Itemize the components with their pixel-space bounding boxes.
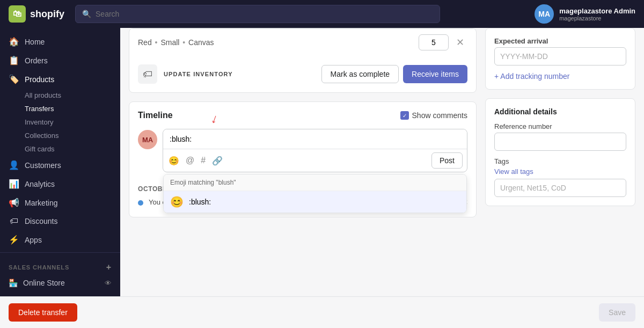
sidebar-item-online-store[interactable]: 🏪 Online Store 👁: [0, 274, 120, 291]
commenter-avatar: MA: [138, 130, 157, 149]
reference-number-input[interactable]: [494, 133, 626, 151]
timeline-title: Timeline: [138, 111, 173, 120]
orders-icon: 📋: [9, 55, 19, 65]
sidebar-item-customers[interactable]: 👤 Customers: [0, 156, 120, 174]
sidebar-item-customers-label: Customers: [25, 161, 61, 170]
online-store-icon: 🏪: [9, 279, 18, 287]
sidebar-subitem-gift-cards[interactable]: Gift cards: [0, 142, 120, 156]
sidebar-item-discounts[interactable]: 🏷 Discounts: [0, 212, 120, 230]
main-content: Red • Small • Canvas ✕ 🏷 UPDATE INVENTOR…: [120, 28, 644, 296]
sidebar-item-marketing[interactable]: 📢 Marketing: [0, 193, 120, 212]
variant-material: Canvas: [188, 38, 214, 47]
sidebar-subitem-all-products[interactable]: All products: [0, 89, 120, 102]
user-info: MA mageplazastore Admin mageplazastore: [535, 4, 635, 24]
show-comments-label: Show comments: [412, 111, 467, 120]
toolbar-icons: 😊 @ # 🔗: [167, 155, 224, 167]
inventory-update-bar: 🏷 UPDATE INVENTORY Mark as complete Rece…: [129, 56, 476, 92]
products-icon: 🏷️: [9, 74, 19, 84]
comment-toolbar: 😊 @ # 🔗 Post: [163, 149, 467, 172]
mark-complete-button[interactable]: Mark as complete: [321, 65, 399, 83]
event-dot: [138, 200, 143, 206]
search-icon: 🔍: [82, 10, 91, 18]
receive-items-button[interactable]: Receive items: [403, 65, 467, 83]
all-products-label: All products: [25, 91, 61, 99]
update-inventory-label: UPDATE INVENTORY: [164, 71, 233, 77]
quantity-input[interactable]: [419, 34, 449, 50]
collections-label: Collections: [25, 132, 59, 140]
sidebar-item-apps[interactable]: ⚡ Apps: [0, 230, 120, 249]
shopify-bag-icon: 🛍: [9, 5, 26, 23]
tags-label: Tags: [494, 157, 626, 165]
sidebar-item-orders[interactable]: 📋 Orders: [0, 51, 120, 70]
expected-arrival-card: Expected arrival + Add tracking number: [485, 28, 635, 90]
top-navigation: 🛍 shopify 🔍 MA mageplazastore Admin mage…: [0, 0, 644, 28]
product-variant-text: Red • Small • Canvas: [138, 38, 214, 47]
reference-number-field: Reference number: [494, 122, 626, 151]
sidebar-subitem-inventory[interactable]: Inventory: [0, 115, 120, 129]
view-all-tags-link[interactable]: View all tags: [494, 167, 626, 176]
sidebar-item-home[interactable]: 🏠 Home: [0, 32, 120, 51]
inventory-card: Red • Small • Canvas ✕ 🏷 UPDATE INVENTOR…: [129, 28, 477, 93]
transfers-label: Transfers: [25, 105, 54, 113]
avatar[interactable]: MA: [535, 4, 554, 24]
sidebar-subitem-transfers[interactable]: Transfers: [0, 102, 120, 115]
delete-transfer-button[interactable]: Delete transfer: [9, 303, 77, 322]
additional-details-card: Additional details Reference number Tags…: [485, 98, 635, 206]
bottom-bar: Delete transfer Save: [0, 296, 644, 328]
user-name: mageplazastore Admin: [559, 7, 635, 15]
right-column: Expected arrival + Add tracking number A…: [485, 28, 635, 288]
expected-arrival-input[interactable]: [494, 47, 626, 65]
emoji-button[interactable]: 😊: [167, 155, 180, 167]
sidebar-item-orders-label: Orders: [25, 56, 48, 65]
search-input[interactable]: [96, 10, 433, 18]
sidebar-subitem-collections[interactable]: Collections: [0, 129, 120, 142]
customers-icon: 👤: [9, 160, 19, 170]
emoji-dropdown-header: Emoji matching "blush": [164, 174, 466, 191]
search-bar[interactable]: 🔍: [75, 5, 440, 23]
product-row: Red • Small • Canvas ✕: [129, 28, 476, 56]
analytics-icon: 📊: [9, 179, 19, 189]
reference-number-label: Reference number: [494, 122, 626, 130]
avatar-initials: MA: [538, 10, 550, 18]
remove-product-button[interactable]: ✕: [453, 35, 467, 49]
user-text: mageplazastore Admin mageplazastore: [559, 7, 635, 21]
comment-input-wrap: ↓ 😊 @ # 🔗 Post: [163, 129, 467, 172]
sidebar-item-analytics-label: Analytics: [25, 180, 55, 188]
sidebar-item-home-label: Home: [25, 38, 45, 46]
tags-input[interactable]: [494, 179, 626, 197]
emoji-option-blush[interactable]: 😊 :blush:: [164, 191, 466, 213]
sidebar-item-discounts-label: Discounts: [25, 217, 57, 225]
mention-button[interactable]: @: [185, 155, 195, 167]
sidebar-item-analytics[interactable]: 📊 Analytics: [0, 174, 120, 193]
comment-input[interactable]: [163, 129, 467, 149]
sales-channels-section: SALES CHANNELS +: [0, 256, 120, 274]
hashtag-button[interactable]: #: [200, 155, 207, 167]
home-icon: 🏠: [9, 37, 19, 47]
sidebar-item-products[interactable]: 🏷️ Products: [0, 70, 120, 89]
discounts-icon: 🏷: [9, 216, 19, 226]
variant-color: Red: [138, 38, 152, 47]
sidebar-item-point-of-sale[interactable]: 💳 Point of Sale: [0, 291, 120, 296]
quantity-wrap: ✕: [419, 34, 467, 50]
show-comments-wrap[interactable]: ✓ Show comments: [400, 111, 467, 120]
commenter-initials: MA: [142, 136, 153, 144]
sales-channels-label: SALES CHANNELS: [9, 264, 69, 271]
inventory-label: Inventory: [25, 118, 53, 126]
sidebar: 🏠 Home 📋 Orders 🏷️ Products All products…: [0, 28, 120, 296]
timeline-header: Timeline ✓ Show comments: [129, 102, 476, 129]
post-button[interactable]: Post: [431, 152, 463, 169]
attach-button[interactable]: 🔗: [211, 155, 224, 167]
add-sales-channel-icon[interactable]: +: [106, 263, 112, 272]
apps-icon: ⚡: [9, 235, 19, 245]
show-comments-checkbox[interactable]: ✓: [400, 111, 409, 120]
eye-icon[interactable]: 👁: [105, 279, 112, 287]
emoji-code: :blush:: [189, 198, 211, 206]
gift-cards-label: Gift cards: [25, 145, 55, 153]
emoji-char: 😊: [170, 195, 184, 208]
tags-section: Tags View all tags: [494, 157, 626, 197]
save-button[interactable]: Save: [599, 303, 635, 322]
sidebar-item-apps-label: Apps: [25, 236, 42, 244]
online-store-label: Online Store: [23, 279, 65, 287]
add-tracking-link[interactable]: + Add tracking number: [494, 72, 626, 81]
variant-size: Small: [160, 38, 179, 47]
